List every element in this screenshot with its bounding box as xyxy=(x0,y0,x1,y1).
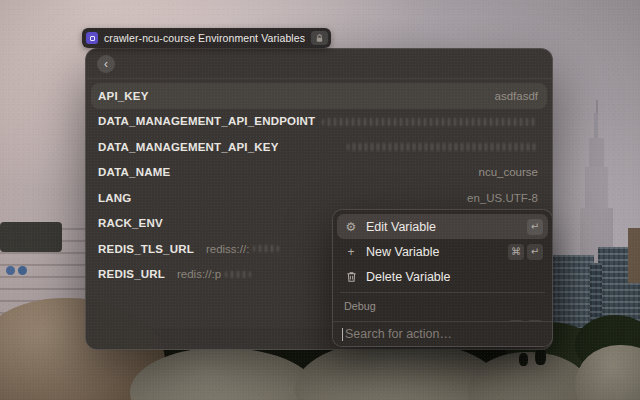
menu-item-label: New Variable xyxy=(366,245,439,259)
back-button[interactable]: ‹ xyxy=(97,55,115,73)
shortcut-keys: ⌘ ↵ xyxy=(508,244,543,260)
shortcut-keys: ↵ xyxy=(527,219,543,235)
action-menu: ⚙ Edit Variable ↵ + New Variable ⌘ ↵ Del… xyxy=(332,209,553,347)
pill-title: crawler-ncu-course Environment Variables xyxy=(104,32,305,44)
redacted-value xyxy=(322,118,537,126)
gear-icon: ⚙ xyxy=(343,220,359,234)
env-var-subtitle: rediss://: xyxy=(206,243,249,255)
env-var-name: DATA_MANAGEMENT_API_KEY xyxy=(98,141,279,153)
env-var-name: RACK_ENV xyxy=(98,217,163,229)
env-var-subtitle: redis://:p xyxy=(177,268,221,280)
redacted-value xyxy=(225,271,251,278)
lock-icon xyxy=(311,31,328,45)
env-var-row-data-name[interactable]: DATA_NAME ncu_course xyxy=(91,160,547,186)
menu-item-new-variable[interactable]: + New Variable ⌘ ↵ xyxy=(337,239,548,264)
return-key-badge: ↵ xyxy=(527,219,543,235)
extension-icon xyxy=(86,32,98,44)
plus-icon: + xyxy=(343,245,359,259)
menu-item-label: Edit Variable xyxy=(366,220,436,234)
text-cursor xyxy=(342,328,343,341)
env-var-value: en_US.UTF-8 xyxy=(467,192,538,204)
action-search-input[interactable] xyxy=(345,327,543,341)
action-menu-items: ⚙ Edit Variable ↵ + New Variable ⌘ ↵ Del… xyxy=(333,210,552,321)
chevron-left-icon: ‹ xyxy=(104,56,108,72)
cmd-key-badge: ⌘ xyxy=(508,244,524,260)
menu-item-label: Delete Variable xyxy=(366,270,451,284)
desktop: crawler-ncu-course Environment Variables… xyxy=(0,0,640,400)
menu-item-delete-variable[interactable]: Delete Variable xyxy=(337,264,548,289)
env-var-value: ncu_course xyxy=(479,166,538,178)
env-var-row-lang[interactable]: LANG en_US.UTF-8 xyxy=(91,185,547,211)
env-var-row-data-management-api-key[interactable]: DATA_MANAGEMENT_API_KEY xyxy=(91,134,547,160)
env-var-value: asdfasdf xyxy=(495,90,538,102)
window-header: ‹ xyxy=(86,49,552,79)
action-search-bar xyxy=(333,321,552,346)
menu-section-debug: Debug xyxy=(337,296,548,315)
env-var-name: DATA_MANAGEMENT_API_ENDPOINT xyxy=(98,115,315,127)
return-key-badge: ↵ xyxy=(527,244,543,260)
menu-divider xyxy=(340,292,545,293)
breadcrumb-pill[interactable]: crawler-ncu-course Environment Variables xyxy=(82,28,331,48)
redacted-value xyxy=(253,245,279,252)
menu-item-edit-variable[interactable]: ⚙ Edit Variable ↵ xyxy=(337,214,548,239)
env-var-name: LANG xyxy=(98,192,131,204)
env-var-row-data-management-api-endpoint[interactable]: DATA_MANAGEMENT_API_ENDPOINT xyxy=(91,109,547,135)
env-var-name: DATA_NAME xyxy=(98,166,170,178)
trash-icon xyxy=(343,271,359,283)
env-var-name: API_KEY xyxy=(98,90,149,102)
env-var-name: REDIS_URL xyxy=(98,268,165,280)
env-var-row-api-key[interactable]: API_KEY asdfasdf xyxy=(91,83,547,109)
redacted-value xyxy=(347,143,537,151)
env-var-name: REDIS_TLS_URL xyxy=(98,243,194,255)
